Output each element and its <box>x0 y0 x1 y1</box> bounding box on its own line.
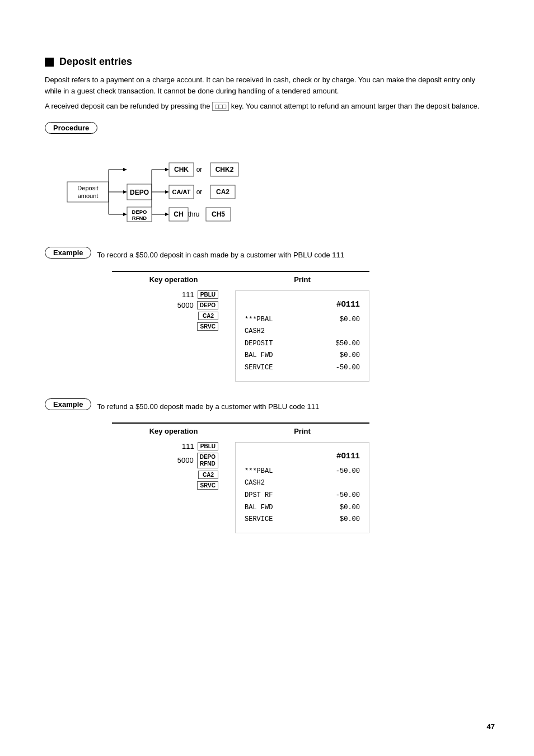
svg-text:CH: CH <box>174 210 183 218</box>
receipt-2-line-3: DPST RF -50.00 <box>245 490 360 502</box>
example-2-print-header: Print <box>235 427 369 435</box>
key-box-pblu-2: PBLU <box>198 442 218 450</box>
example-2-key-steps: 111 PBLU 5000 DEPORFND CA2 SRVC <box>112 442 235 490</box>
svg-text:RFND: RFND <box>132 215 147 221</box>
key-box-srvc-2: SRVC <box>197 481 218 490</box>
example-2-description: To refund a $50.00 deposit made by a cus… <box>97 402 319 411</box>
svg-marker-23 <box>123 213 127 216</box>
receipt-1-line-5: SERVICE -50.00 <box>245 362 360 374</box>
example-1-key-steps: 111 PBLU 5000 DEPO CA2 SRVC <box>112 290 235 331</box>
receipt-2-value-1: -50.00 <box>336 466 360 478</box>
svg-text:DEPO: DEPO <box>130 189 149 196</box>
example-1-receipt: #O111 ***PBAL $0.00 CASH2 DEPOSIT $50.00 <box>235 290 369 382</box>
example-1-header: Example To record a $50.00 deposit in ca… <box>45 247 489 263</box>
svg-text:CH5: CH5 <box>212 210 225 218</box>
example-2-badge: Example <box>45 398 91 410</box>
receipt-2-label-2: CASH2 <box>245 477 265 490</box>
receipt-2-value-5: $0.00 <box>340 514 360 526</box>
receipt-1-value-5: -50.00 <box>336 362 360 374</box>
key-box-ca2-1: CA2 <box>198 312 218 320</box>
svg-text:CA2: CA2 <box>216 188 229 196</box>
svg-marker-36 <box>123 168 127 171</box>
example-2-receipt: #O111 ***PBAL -50.00 CASH2 DPST RF -50.0… <box>235 442 369 533</box>
receipt-2-label-3: DPST RF <box>245 490 273 502</box>
flow-diagram: Deposit amount DEPO CHK or CHK2 <box>62 153 489 231</box>
example-1-key-op-header: Key operation <box>112 275 235 284</box>
svg-text:amount: amount <box>78 192 99 199</box>
svg-text:Deposit: Deposit <box>77 185 98 191</box>
key-step-num-1: 111 <box>182 290 194 299</box>
receipt-2-line-1: ***PBAL -50.00 <box>245 466 360 478</box>
receipt-2-line-5: SERVICE $0.00 <box>245 514 360 526</box>
procedure-badge: Procedure <box>45 122 97 134</box>
receipt-1-line-4: BAL FWD $0.00 <box>245 350 360 362</box>
receipt-1-label-2: CASH2 <box>245 326 265 338</box>
receipt-2-line-4: BAL FWD $0.00 <box>245 502 360 514</box>
svg-text:or: or <box>196 166 203 173</box>
body-paragraph-2: A received deposit can be refunded by pr… <box>45 101 489 112</box>
example-1-description: To record a $50.00 deposit in cash made … <box>97 251 344 259</box>
example-1-section: Example To record a $50.00 deposit in ca… <box>45 247 489 382</box>
example-1-print-header: Print <box>235 275 369 284</box>
key-step-row-2-4: SRVC <box>197 481 218 490</box>
flow-diagram-svg: Deposit amount DEPO CHK or CHK2 <box>62 153 341 231</box>
svg-marker-9 <box>165 168 169 171</box>
key-step-row-2-1: 111 PBLU <box>182 442 218 450</box>
svg-text:or: or <box>196 188 203 196</box>
page-number: 47 <box>487 722 495 731</box>
svg-marker-4 <box>123 190 127 194</box>
section-title-text: Deposit entries <box>59 56 132 68</box>
key-step-row-2-2: 5000 DEPORFND <box>177 453 218 468</box>
receipt-1-label-5: SERVICE <box>245 362 273 374</box>
key-step-num-2-2: 5000 <box>177 456 194 464</box>
receipt-2-label-1: ***PBAL <box>245 466 273 478</box>
receipt-1-line-1: ***PBAL $0.00 <box>245 314 360 326</box>
key-step-row-3: CA2 <box>198 312 218 320</box>
key-box-srvc-1: SRVC <box>197 322 218 331</box>
receipt-1-line-3: DEPOSIT $50.00 <box>245 338 360 350</box>
svg-marker-28 <box>165 213 169 216</box>
svg-text:thru: thru <box>188 210 200 218</box>
example-1-print-col: Print #O111 ***PBAL $0.00 CASH2 DEPOSIT <box>235 271 369 382</box>
example-1-key-op-col: Key operation 111 PBLU 5000 DEPO CA2 <box>112 271 235 382</box>
key-step-row-4: SRVC <box>197 322 218 331</box>
receipt-1-label-3: DEPOSIT <box>245 338 273 350</box>
receipt-1-value-4: $0.00 <box>340 350 360 362</box>
svg-text:CHK: CHK <box>174 166 189 173</box>
example-2-print-col: Print #O111 ***PBAL -50.00 CASH2 DPST RF <box>235 422 369 533</box>
receipt-1-line-2: CASH2 <box>245 326 360 338</box>
example-2-header: Example To refund a $50.00 deposit made … <box>45 398 489 415</box>
example-1-table: Key operation 111 PBLU 5000 DEPO CA2 <box>112 271 489 382</box>
example-2-key-op-col: Key operation 111 PBLU 5000 DEPORFND CA2 <box>112 422 235 533</box>
body-paragraph-1: Deposit refers to a payment on a charge … <box>45 74 489 96</box>
refund-key-icon: □□□ <box>212 102 229 111</box>
svg-text:DEPO: DEPO <box>132 209 147 215</box>
key-step-row-2-3: CA2 <box>198 471 218 479</box>
receipt-1-label-4: BAL FWD <box>245 350 273 362</box>
receipt-2-order-num: #O111 <box>245 449 360 463</box>
key-box-ca2-2: CA2 <box>198 471 218 479</box>
receipt-2-value-3: -50.00 <box>336 490 360 502</box>
svg-text:CA/AT: CA/AT <box>172 189 191 195</box>
receipt-1-value-3: $50.00 <box>336 338 360 350</box>
section-icon <box>45 58 54 67</box>
procedure-section: Procedure <box>45 122 489 144</box>
svg-marker-16 <box>165 190 169 194</box>
key-box-depo-rfnd-2: DEPORFND <box>197 453 218 468</box>
receipt-2-line-2: CASH2 <box>245 477 360 490</box>
example-2-table: Key operation 111 PBLU 5000 DEPORFND CA2 <box>112 422 489 533</box>
key-box-pblu-1: PBLU <box>198 290 218 299</box>
key-box-depo-1: DEPO <box>197 301 218 309</box>
receipt-2-label-5: SERVICE <box>245 514 273 526</box>
receipt-2-label-4: BAL FWD <box>245 502 273 514</box>
key-step-num-2-1: 111 <box>182 442 194 450</box>
key-step-row-1: 111 PBLU <box>182 290 218 299</box>
example-1-badge: Example <box>45 247 91 259</box>
key-step-row-2: 5000 DEPO <box>177 301 218 309</box>
receipt-1-order-num: #O111 <box>245 298 360 312</box>
section-title: Deposit entries <box>45 56 489 68</box>
example-2-key-op-header: Key operation <box>112 427 235 435</box>
receipt-2-value-4: $0.00 <box>340 502 360 514</box>
receipt-1-label-1: ***PBAL <box>245 314 273 326</box>
key-step-num-2: 5000 <box>177 301 194 309</box>
